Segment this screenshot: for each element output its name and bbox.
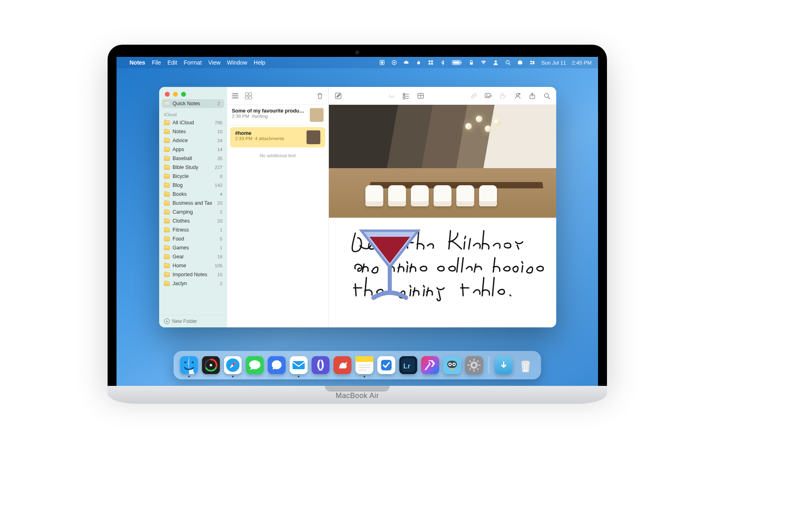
dock-downloads-folder[interactable] (495, 356, 513, 374)
menu-format[interactable]: Format (184, 59, 202, 66)
folder-icon (164, 130, 170, 134)
sidebar-item-all-icloud[interactable]: All iCloud786 (159, 118, 227, 127)
dock-app-lightroom[interactable]: Lr (400, 356, 417, 374)
laptop-mockup: Notes File Edit Format View Window Help (108, 45, 607, 404)
menu-window[interactable]: Window (227, 59, 247, 66)
dock-app-mail[interactable] (290, 356, 308, 374)
sidebar-item-jaclyn[interactable]: Jaclyn2 (159, 279, 227, 288)
dock-app-bear[interactable] (334, 356, 352, 374)
dock-app-notes[interactable] (356, 356, 374, 374)
lock-note-icon[interactable] (499, 92, 507, 100)
desktop[interactable]: Notes File Edit Format View Window Help (117, 57, 598, 386)
menu-help[interactable]: Help (254, 59, 266, 66)
trash-icon[interactable] (316, 92, 324, 100)
menubar-grid-icon[interactable] (428, 60, 434, 65)
svg-rect-3 (429, 61, 430, 62)
note-list-item[interactable]: Some of my favourite produc…2:38 PM#writ… (227, 105, 328, 126)
media-icon[interactable] (485, 92, 492, 100)
sidebar-item-bible-study[interactable]: Bible Study227 (159, 163, 227, 172)
dock-app-things[interactable] (378, 356, 395, 374)
checklist-icon[interactable] (402, 92, 410, 100)
folder-icon (164, 246, 170, 250)
sidebar-item-imported-notes[interactable]: Imported Notes15 (159, 270, 227, 279)
dock-app-discord-alt[interactable] (312, 356, 330, 374)
new-folder-button[interactable]: + New Folder (159, 315, 227, 327)
sidebar-item-count: 18 (217, 254, 222, 259)
menubar-extra-icon-3[interactable] (517, 60, 523, 65)
sidebar-item-gear[interactable]: Gear18 (159, 252, 227, 261)
sidebar-item-count: 2 (220, 210, 222, 214)
svg-point-35 (519, 93, 520, 95)
control-center-icon[interactable] (529, 60, 536, 65)
dock-app-tweetbot[interactable] (443, 356, 461, 374)
svg-text:Lr: Lr (404, 362, 410, 370)
zoom-window-button[interactable] (181, 92, 186, 97)
collaborate-icon[interactable] (514, 92, 521, 100)
dock-app-system-preferences[interactable] (465, 356, 483, 374)
dock-app-signal[interactable] (268, 356, 286, 374)
sidebar-item-bicycle[interactable]: Bicycle0 (159, 172, 227, 181)
menu-time[interactable]: 2:45 PM (572, 60, 592, 66)
dock-app-activity-monitor[interactable] (202, 356, 220, 374)
close-window-button[interactable] (165, 92, 170, 97)
svg-rect-1 (381, 61, 383, 63)
note-content[interactable] (329, 105, 556, 327)
sidebar-item-count: 2 (220, 281, 222, 286)
svg-rect-14 (519, 61, 521, 62)
menubar-cloud-icon[interactable] (403, 60, 410, 65)
note-image-attachment[interactable] (329, 105, 556, 218)
sidebar-item-business-and-tax[interactable]: Business and Tax20 (159, 199, 227, 208)
sidebar-item-blog[interactable]: Blog142 (159, 181, 227, 190)
menubar-flame-icon[interactable] (415, 60, 422, 65)
menu-edit[interactable]: Edit (167, 59, 177, 66)
svg-point-29 (403, 97, 405, 99)
sidebar-item-food[interactable]: Food5 (159, 234, 227, 243)
minimize-window-button[interactable] (173, 92, 178, 97)
sidebar-item-baseball[interactable]: Baseball35 (159, 154, 227, 163)
menu-file[interactable]: File (152, 59, 161, 66)
link-icon[interactable] (470, 92, 477, 100)
svg-rect-4 (431, 61, 433, 62)
search-icon[interactable] (543, 92, 551, 100)
dock-app-finder[interactable] (180, 356, 198, 374)
sidebar-item-apps[interactable]: Apps14 (159, 145, 227, 154)
sidebar-item-clothes[interactable]: Clothes20 (159, 216, 227, 225)
note-list-item[interactable]: #home2:33 PM4 attachments (230, 127, 325, 147)
menu-view[interactable]: View (208, 59, 220, 66)
sidebar-item-books[interactable]: Books4 (159, 190, 227, 199)
sidebar-item-label: Advice (173, 138, 214, 143)
menu-app-name[interactable]: Notes (130, 59, 145, 66)
sidebar-item-camping[interactable]: Camping2 (159, 208, 227, 216)
user-icon[interactable] (492, 60, 499, 65)
sidebar-item-quick-notes[interactable]: Quick Notes 2 (162, 99, 224, 108)
lock-icon[interactable] (468, 60, 475, 65)
svg-line-79 (470, 368, 471, 370)
gallery-view-icon[interactable] (245, 92, 252, 100)
sidebar-item-home[interactable]: Home105 (159, 261, 227, 270)
dock-app-shortcuts[interactable] (421, 356, 439, 374)
folder-icon (164, 165, 170, 170)
menubar-extra-icon-1[interactable] (379, 60, 385, 65)
spotlight-icon[interactable] (505, 60, 511, 65)
sidebar-item-games[interactable]: Games1 (159, 243, 227, 252)
bluetooth-icon[interactable] (440, 60, 446, 65)
menu-date[interactable]: Sun Jul 11 (541, 60, 566, 66)
dock-app-messages[interactable] (246, 356, 264, 374)
folder-icon (164, 201, 170, 206)
wifi-icon[interactable] (480, 60, 487, 65)
sidebar-item-advice[interactable]: Advice24 (159, 136, 227, 145)
table-icon[interactable] (417, 92, 424, 100)
list-view-icon[interactable] (232, 92, 239, 100)
format-icon[interactable]: Aa (388, 92, 395, 100)
sidebar-item-notes[interactable]: Notes10 (159, 127, 227, 136)
dock-trash[interactable] (517, 356, 535, 374)
dock-app-safari[interactable] (224, 356, 242, 374)
laptop-label: MacBook Air (336, 392, 379, 400)
battery-icon[interactable] (452, 60, 462, 65)
svg-rect-24 (249, 96, 252, 99)
sidebar-item-count: 5 (220, 236, 222, 241)
sidebar-item-fitness[interactable]: Fitness1 (159, 225, 227, 234)
menubar-extra-icon-2[interactable] (391, 60, 397, 65)
compose-icon[interactable] (335, 92, 342, 100)
share-icon[interactable] (529, 92, 536, 100)
